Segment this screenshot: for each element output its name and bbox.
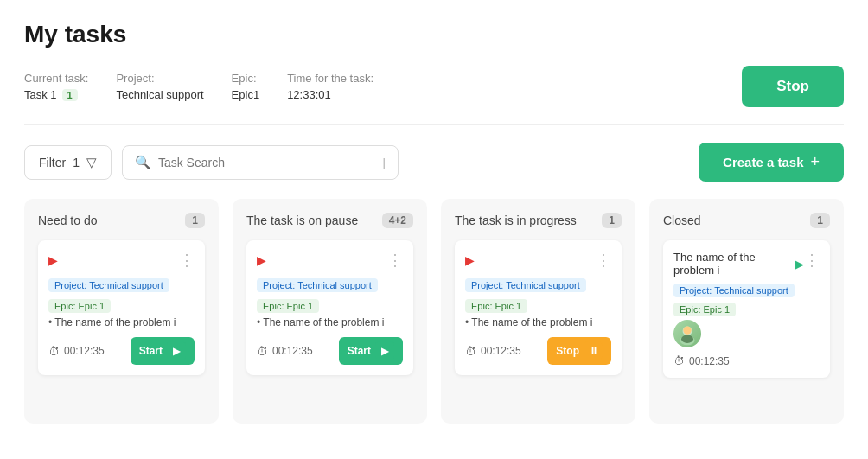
- project-label: Project:: [116, 72, 203, 85]
- timer-icon: ⏱: [48, 345, 60, 358]
- column-header-on-pause: The task is on pause4+2: [246, 213, 413, 228]
- search-icon: 🔍: [135, 155, 151, 170]
- project-tag: Project: Technical support: [48, 278, 169, 292]
- task-card-in-progress-0: ▶ ⋮ Project: Technical support Epic: Epi…: [455, 240, 622, 375]
- closed-play-icon: ▶: [795, 258, 804, 271]
- timer-value: 00:12:35: [64, 345, 105, 357]
- closed-task-name: The name of the problem i: [673, 251, 788, 277]
- search-box: 🔍 |: [122, 145, 399, 180]
- project-value: Technical support: [116, 88, 203, 101]
- epic-label: Epic:: [232, 72, 260, 85]
- column-header-in-progress: The task is in progress1: [455, 213, 622, 228]
- closed-card-top: The name of the problem i ▶ Project: Tec…: [673, 251, 820, 320]
- page-title: My tasks: [24, 21, 844, 48]
- column-title-closed: Closed: [663, 214, 701, 227]
- timer-value: 00:12:35: [272, 345, 313, 357]
- card-task-name: The name of the problem i: [48, 316, 195, 328]
- svg-point-3: [681, 335, 693, 343]
- column-badge-in-progress: 1: [602, 213, 622, 228]
- action-label: Start: [139, 345, 163, 357]
- epic-group: Epic: Epic1: [232, 72, 260, 101]
- time-value: 12:33:01: [287, 88, 373, 101]
- column-title-in-progress: The task is in progress: [455, 214, 577, 227]
- kanban-board: Need to do1 ▶ ⋮ Project: Technical suppo…: [24, 199, 844, 424]
- current-task-badge: 1: [62, 89, 78, 101]
- time-label: Time for the task:: [287, 72, 373, 85]
- play-icon: ▶: [48, 253, 58, 267]
- play-icon-small: ▶: [375, 341, 394, 360]
- column-title-on-pause: The task is on pause: [246, 214, 358, 227]
- card-top: ▶ ⋮: [48, 251, 195, 270]
- current-task-bar: Current task: Task 1 1 Project: Technica…: [24, 66, 844, 125]
- current-task-value: Task 1 1: [24, 88, 88, 101]
- create-task-label: Create a task: [723, 155, 803, 169]
- filter-label: Filter: [39, 156, 66, 169]
- column-badge-need-to-do: 1: [185, 213, 205, 228]
- epic-tag: Epic: Epic 1: [257, 299, 319, 313]
- avatar-svg: [675, 322, 699, 346]
- action-label: Stop: [556, 345, 579, 357]
- card-action-button[interactable]: Start ▶: [131, 337, 195, 365]
- card-timer: ⏱ 00:12:35: [257, 345, 313, 358]
- current-task-group: Current task: Task 1 1: [24, 72, 88, 101]
- closed-card-timer: ⏱ 00:12:35: [673, 354, 820, 367]
- toolbar: Filter 1 ▽ 🔍 | Create a task +: [24, 143, 844, 182]
- kanban-column-closed: Closed1 The name of the problem i ▶ Proj…: [649, 199, 844, 424]
- card-top: ▶ ⋮: [465, 251, 611, 270]
- project-tag: Project: Technical support: [257, 278, 378, 292]
- epic-value: Epic1: [232, 88, 260, 101]
- plus-icon: +: [810, 153, 820, 171]
- action-label: Start: [348, 345, 371, 357]
- play-icon: ▶: [257, 253, 266, 267]
- search-cursor: |: [383, 156, 386, 169]
- more-icon[interactable]: ⋮: [596, 251, 611, 270]
- filter-button[interactable]: Filter 1 ▽: [24, 145, 112, 180]
- card-timer: ⏱ 00:12:35: [48, 345, 105, 358]
- task-card-on-pause-0: ▶ ⋮ Project: Technical support Epic: Epi…: [246, 240, 413, 375]
- task-card-need-to-do-0: ▶ ⋮ Project: Technical support Epic: Epi…: [38, 240, 205, 375]
- card-footer: ⏱ 00:12:35 Start ▶: [257, 337, 403, 365]
- column-header-need-to-do: Need to do1: [38, 213, 205, 228]
- time-group: Time for the task: 12:33:01: [287, 72, 373, 101]
- timer-icon: ⏱: [257, 345, 268, 358]
- timer-icon: ⏱: [673, 354, 685, 367]
- card-action-button[interactable]: Start ▶: [339, 337, 403, 365]
- page-container: My tasks Current task: Task 1 1 Project:…: [0, 0, 868, 444]
- column-badge-on-pause: 4+2: [382, 213, 413, 228]
- svg-point-2: [683, 326, 691, 334]
- project-group: Project: Technical support: [116, 72, 203, 101]
- create-task-button[interactable]: Create a task +: [699, 143, 844, 182]
- filter-count: 1: [73, 156, 80, 169]
- timer-icon: ⏱: [465, 345, 476, 358]
- more-icon[interactable]: ⋮: [387, 251, 403, 270]
- card-footer: ⏱ 00:12:35 Stop ⏸: [465, 337, 611, 365]
- closed-project-tag: Project: Technical support: [673, 284, 795, 297]
- more-icon[interactable]: ⋮: [179, 251, 195, 270]
- closed-title-area: The name of the problem i ▶ Project: Tec…: [673, 251, 804, 320]
- card-action-button[interactable]: Stop ⏸: [547, 337, 611, 365]
- card-footer: ⏱ 00:12:35 Start ▶: [48, 337, 195, 365]
- stop-icon-small: ⏸: [584, 341, 603, 360]
- kanban-column-on-pause: The task is on pause4+2 ▶ ⋮ Project: Tec…: [233, 199, 427, 424]
- current-task-label: Current task:: [24, 72, 88, 85]
- play-icon: ▶: [465, 253, 475, 267]
- kanban-column-need-to-do: Need to do1 ▶ ⋮ Project: Technical suppo…: [24, 199, 219, 424]
- avatar: [673, 320, 701, 347]
- epic-tag: Epic: Epic 1: [465, 299, 527, 313]
- epic-tag: Epic: Epic 1: [48, 299, 111, 313]
- play-icon-small: ▶: [167, 341, 186, 360]
- closed-card-title: The name of the problem i ▶: [673, 251, 804, 277]
- kanban-column-in-progress: The task is in progress1 ▶ ⋮ Project: Te…: [441, 199, 635, 424]
- column-badge-closed: 1: [810, 213, 830, 228]
- filter-icon: ▽: [86, 155, 97, 170]
- search-input[interactable]: [158, 156, 376, 169]
- more-icon-closed[interactable]: ⋮: [804, 251, 820, 270]
- stop-button-header[interactable]: Stop: [742, 66, 844, 107]
- timer-value: 00:12:35: [481, 345, 521, 357]
- column-title-need-to-do: Need to do: [38, 214, 98, 227]
- project-tag: Project: Technical support: [465, 278, 586, 292]
- column-header-closed: Closed1: [663, 213, 830, 228]
- card-task-name: The name of the problem i: [257, 316, 403, 328]
- card-top: ▶ ⋮: [257, 251, 403, 270]
- closed-epic-tag: Epic: Epic 1: [673, 303, 736, 316]
